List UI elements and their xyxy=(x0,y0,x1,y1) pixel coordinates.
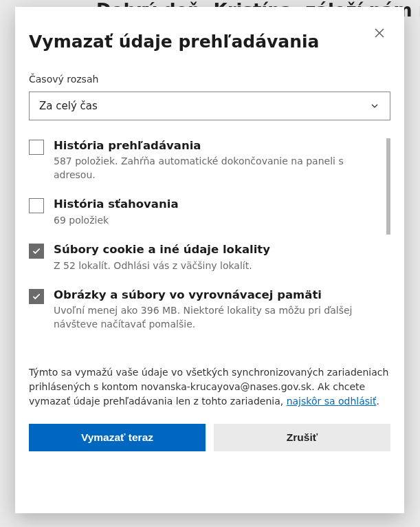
checkbox-download-history[interactable] xyxy=(29,198,44,213)
dialog-buttons: Vymazať teraz Zrušiť xyxy=(29,424,390,451)
time-range-label: Časový rozsah xyxy=(29,74,390,85)
option-title: História sťahovania xyxy=(54,197,377,212)
checkbox-browsing-history[interactable] xyxy=(29,140,44,155)
option-desc: Uvoľní menej ako 396 MB. Niektoré lokali… xyxy=(54,304,377,331)
options-list: História prehľadávania 587 položiek. Zah… xyxy=(29,138,390,353)
checkbox-cookies[interactable] xyxy=(29,244,44,259)
chevron-down-icon xyxy=(369,100,380,111)
option-cached-images: Obrázky a súbory vo vyrovnávacej pamäti … xyxy=(29,288,377,331)
check-icon xyxy=(32,246,41,256)
option-desc: 587 položiek. Zahŕňa automatické dokončo… xyxy=(54,155,377,182)
time-range-select[interactable]: Za celý čas xyxy=(29,92,390,120)
time-range-value: Za celý čas xyxy=(39,100,98,112)
option-title: História prehľadávania xyxy=(54,138,377,153)
check-icon xyxy=(32,292,41,301)
cancel-button[interactable]: Zrušiť xyxy=(214,424,390,451)
checkbox-cached-images[interactable] xyxy=(29,289,44,304)
sync-text-part2: . xyxy=(376,396,379,407)
option-browsing-history: História prehľadávania 587 položiek. Zah… xyxy=(29,138,377,182)
sync-warning-text: Týmto sa vymažú vaše údaje vo všetkých s… xyxy=(29,365,390,409)
close-icon xyxy=(373,27,386,39)
scrollbar-thumb[interactable] xyxy=(386,138,390,235)
clear-browsing-data-dialog: Vymazať údaje prehľadávania Časový rozsa… xyxy=(15,7,404,513)
clear-now-button[interactable]: Vymazať teraz xyxy=(29,424,206,451)
dialog-title: Vymazať údaje prehľadávania xyxy=(29,32,319,52)
option-desc: Z 52 lokalít. Odhlási vás z väčšiny loka… xyxy=(54,259,377,273)
options-list-wrap: História prehľadávania 587 položiek. Zah… xyxy=(29,138,390,353)
option-cookies: Súbory cookie a iné údaje lokality Z 52 … xyxy=(29,242,377,272)
option-title: Obrázky a súbory vo vyrovnávacej pamäti xyxy=(54,288,377,303)
close-button[interactable] xyxy=(368,22,390,44)
dialog-header: Vymazať údaje prehľadávania xyxy=(29,22,390,52)
option-download-history: História sťahovania 69 položiek xyxy=(29,197,377,227)
option-title: Súbory cookie a iné údaje lokality xyxy=(54,242,377,257)
option-desc: 69 položiek xyxy=(54,214,377,228)
sign-out-link[interactable]: najskôr sa odhlásiť xyxy=(287,396,377,407)
